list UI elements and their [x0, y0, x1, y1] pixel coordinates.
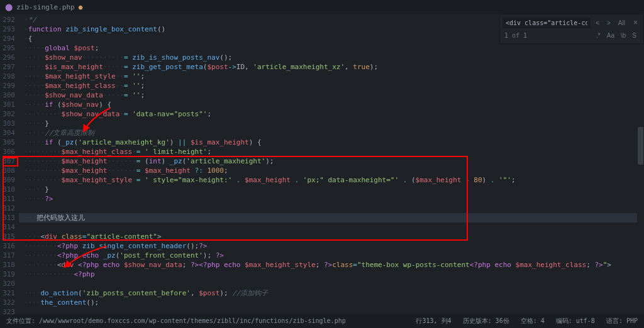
cursor-position[interactable]: 行313, 列4: [416, 317, 451, 325]
tab-filename[interactable]: zib-single.php: [16, 3, 75, 11]
code-line[interactable]: ····<div class="article-content">: [19, 232, 644, 241]
next-match-button[interactable]: >: [604, 18, 613, 28]
code-line[interactable]: [19, 204, 644, 213]
code-area[interactable]: ·*/·function zib_single_box_content()·{·…: [19, 14, 644, 314]
find-all-button[interactable]: All: [616, 18, 628, 28]
code-line[interactable]: ·····global $post;: [19, 43, 644, 53]
selection-toggle[interactable]: S: [630, 31, 639, 40]
history-versions[interactable]: 历史版本: 36份: [463, 317, 509, 325]
code-line[interactable]: ········<?php echo _pz('post_front_conte…: [19, 251, 644, 260]
code-line[interactable]: ·········$max_height·······= (int) _pz('…: [19, 156, 644, 166]
code-line[interactable]: ·········$max_height_class·= ' limit-hei…: [19, 147, 644, 156]
code-line[interactable]: ·········$show_nav_data·= 'data-nav="pos…: [19, 109, 644, 119]
code-line[interactable]: [19, 279, 644, 288]
find-panel: < > All × 1 of 1 .* Aa \b S: [499, 14, 644, 44]
regex-toggle[interactable]: .*: [594, 31, 603, 40]
code-line[interactable]: ·····}: [19, 119, 644, 128]
code-line[interactable]: ·····$show_nav··········= zib_is_show_po…: [19, 53, 644, 62]
code-line[interactable]: ········<?php zib_single_content_header(…: [19, 241, 644, 251]
code-line[interactable]: ·········$max_height·······= $max_height…: [19, 166, 644, 175]
code-line[interactable]: [19, 307, 644, 314]
code-line[interactable]: ·····}: [19, 185, 644, 194]
code-line[interactable]: ·····$max_height_style··= '';: [19, 72, 644, 81]
code-line[interactable]: ·····$show_nav_data·····= '';: [19, 90, 644, 100]
code-line[interactable]: ·····?>: [19, 194, 644, 204]
indent-info[interactable]: 空格: 4: [521, 317, 545, 325]
code-line[interactable]: ············<?php: [19, 270, 644, 279]
statusbar: 文件位置: /www/wwwroot/demo.foxccs.com/wp-co…: [0, 314, 644, 328]
code-line[interactable]: ·····//文章高度限制: [19, 128, 644, 138]
code-line[interactable]: ·····$is_max_height·····= zib_get_post_m…: [19, 62, 644, 72]
code-line[interactable]: [19, 222, 644, 232]
scrollbar-thumb[interactable]: [638, 127, 643, 165]
encoding-info[interactable]: 编码: utf-8: [556, 317, 595, 325]
code-line[interactable]: ·········$max_height_style·= ' style="ma…: [19, 175, 644, 185]
scrollbar-track[interactable]: [637, 14, 644, 314]
prev-match-button[interactable]: <: [593, 18, 602, 28]
word-toggle[interactable]: \b: [618, 31, 628, 40]
search-input[interactable]: [502, 18, 591, 28]
close-icon[interactable]: ×: [630, 17, 641, 28]
code-line[interactable]: ·····$max_height_class··= '';: [19, 81, 644, 90]
code-line[interactable]: ····do_action('zib_posts_content_before'…: [19, 288, 644, 298]
case-toggle[interactable]: Aa: [604, 31, 617, 40]
php-icon: ⬤: [5, 3, 13, 11]
match-count: 1 of 1: [504, 32, 527, 39]
code-editor[interactable]: 2922932942952962972982993003013023033043…: [0, 14, 644, 314]
code-line[interactable]: ····the_content();: [19, 298, 644, 307]
line-gutter[interactable]: 2922932942952962972982993003013023033043…: [0, 14, 19, 314]
file-path: 文件位置: /www/wwwroot/demo.foxccs.com/wp-co…: [6, 317, 346, 325]
code-line[interactable]: ···把代码放入这儿: [19, 213, 644, 222]
window-titlebar: ⬤ zib-single.php ●: [0, 0, 644, 14]
code-line[interactable]: ·····if ($show_nav) {: [19, 100, 644, 109]
code-line[interactable]: ·····if (_pz('article_maxheight_kg') || …: [19, 138, 644, 147]
modified-indicator: ●: [79, 3, 83, 11]
language-info[interactable]: 语言: PHP: [606, 317, 638, 325]
code-line[interactable]: ········<div <?php echo $show_nav_data; …: [19, 260, 644, 270]
